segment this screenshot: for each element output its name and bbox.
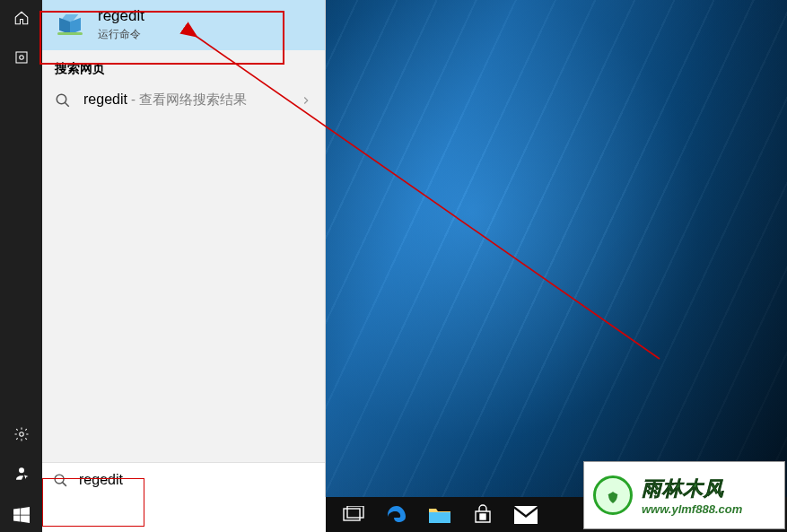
svg-line-7 xyxy=(63,482,66,485)
search-input-row xyxy=(42,462,325,497)
search-input[interactable] xyxy=(79,472,314,488)
windows-logo-icon xyxy=(13,507,30,523)
svg-point-6 xyxy=(55,475,64,484)
svg-rect-12 xyxy=(480,517,483,519)
edge-button[interactable] xyxy=(385,503,408,527)
rail-feedback[interactable] xyxy=(0,456,42,492)
feedback-icon xyxy=(13,466,30,482)
taskbar-search-area xyxy=(42,497,326,532)
cortana-rail xyxy=(0,0,42,497)
svg-rect-13 xyxy=(484,517,486,519)
mail-button[interactable] xyxy=(514,503,538,527)
watermark-brand: 雨林木风 xyxy=(642,475,742,502)
search-icon xyxy=(53,473,68,488)
svg-rect-11 xyxy=(484,514,486,517)
search-icon xyxy=(55,92,71,109)
watermark-url: www.ylmf888.com xyxy=(642,502,742,516)
best-match-item[interactable]: regedit 运行命令 xyxy=(42,0,325,50)
web-section-header: 搜索网页 xyxy=(42,50,325,84)
home-icon xyxy=(13,10,30,26)
mail-icon xyxy=(514,506,538,524)
svg-rect-0 xyxy=(16,52,27,63)
rail-home[interactable] xyxy=(0,0,42,36)
recent-icon xyxy=(13,49,30,65)
best-match-subtitle: 运行命令 xyxy=(98,27,144,42)
task-view-button[interactable] xyxy=(342,503,365,527)
rail-settings[interactable] xyxy=(0,416,42,452)
regedit-icon xyxy=(55,10,85,40)
svg-line-5 xyxy=(65,102,69,107)
desktop-root: regedit 运行命令 搜索网页 regedit - 查看网络搜索结果 xyxy=(0,0,787,532)
task-view-icon xyxy=(343,506,364,524)
file-explorer-button[interactable] xyxy=(428,503,451,527)
svg-point-2 xyxy=(19,432,23,437)
store-icon xyxy=(472,504,494,526)
edge-icon xyxy=(386,504,407,526)
best-match-title: regedit xyxy=(98,7,144,25)
svg-point-1 xyxy=(19,56,23,60)
svg-point-4 xyxy=(57,94,66,104)
watermark-logo-icon xyxy=(593,475,633,515)
svg-rect-8 xyxy=(344,509,360,520)
file-explorer-icon xyxy=(428,505,451,525)
web-search-query: regedit xyxy=(83,92,127,107)
web-search-suffix: - 查看网络搜索结果 xyxy=(127,92,247,107)
svg-rect-9 xyxy=(347,506,363,518)
best-match-section: regedit 运行命令 xyxy=(42,0,325,50)
web-search-item[interactable]: regedit - 查看网络搜索结果 xyxy=(42,84,325,116)
start-button[interactable] xyxy=(0,497,42,532)
watermark: 雨林木风 www.ylmf888.com xyxy=(583,461,785,529)
store-button[interactable] xyxy=(471,503,494,527)
settings-icon xyxy=(13,426,30,442)
svg-rect-10 xyxy=(480,514,483,517)
search-results-panel: regedit 运行命令 搜索网页 regedit - 查看网络搜索结果 xyxy=(42,0,326,497)
svg-point-3 xyxy=(19,467,24,473)
rail-recent[interactable] xyxy=(0,39,42,75)
chevron-right-icon xyxy=(300,94,312,107)
